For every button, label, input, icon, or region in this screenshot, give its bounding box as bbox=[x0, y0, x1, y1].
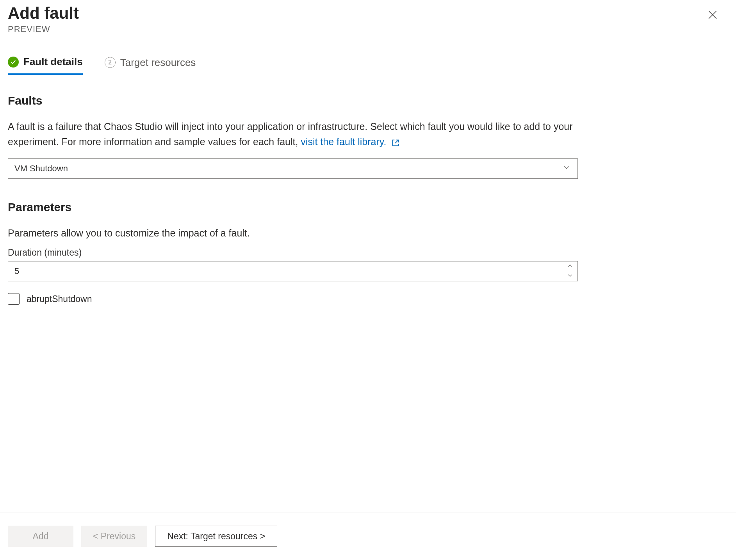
parameters-section: Parameters Parameters allow you to custo… bbox=[8, 201, 578, 305]
panel-footer: Add < Previous Next: Target resources > bbox=[0, 512, 736, 560]
link-text: visit the fault library. bbox=[301, 136, 386, 147]
duration-label: Duration (minutes) bbox=[8, 247, 578, 258]
add-fault-panel: Add fault PREVIEW Fault details 2 Target… bbox=[0, 0, 736, 560]
faults-section: Faults A fault is a failure that Chaos S… bbox=[8, 94, 578, 179]
next-button[interactable]: Next: Target resources > bbox=[155, 526, 277, 547]
decrement-button[interactable] bbox=[563, 271, 577, 281]
duration-input[interactable] bbox=[8, 261, 563, 281]
tab-target-resources[interactable]: 2 Target resources bbox=[105, 56, 196, 75]
chevron-down-icon bbox=[567, 273, 573, 280]
close-icon bbox=[707, 10, 718, 21]
checkbox-box bbox=[8, 293, 20, 305]
wizard-tabs: Fault details 2 Target resources bbox=[0, 56, 736, 75]
abrupt-shutdown-checkbox[interactable]: abruptShutdown bbox=[8, 293, 578, 305]
panel-title: Add fault bbox=[8, 4, 728, 23]
step-complete-icon bbox=[8, 57, 19, 68]
increment-button[interactable] bbox=[563, 261, 577, 271]
dropdown-value: VM Shutdown bbox=[14, 164, 68, 174]
chevron-down-icon bbox=[563, 164, 570, 174]
panel-content: Faults A fault is a failure that Chaos S… bbox=[0, 75, 586, 512]
chevron-up-icon bbox=[567, 263, 573, 270]
fault-library-link[interactable]: visit the fault library. bbox=[301, 136, 400, 147]
preview-tag: PREVIEW bbox=[8, 24, 728, 34]
external-link-icon bbox=[391, 136, 400, 151]
spin-buttons bbox=[563, 261, 577, 281]
previous-button: < Previous bbox=[81, 526, 147, 547]
faults-description: A fault is a failure that Chaos Studio w… bbox=[8, 119, 578, 151]
panel-header: Add fault PREVIEW bbox=[0, 0, 736, 34]
duration-stepper[interactable] bbox=[8, 261, 578, 281]
parameters-heading: Parameters bbox=[8, 201, 578, 214]
step-number-badge: 2 bbox=[105, 57, 116, 68]
tab-label: Fault details bbox=[23, 56, 83, 68]
checkbox-label: abruptShutdown bbox=[27, 294, 92, 304]
close-button[interactable] bbox=[706, 9, 719, 22]
tab-label: Target resources bbox=[120, 57, 196, 69]
svg-line-2 bbox=[395, 140, 398, 143]
faults-description-text: A fault is a failure that Chaos Studio w… bbox=[8, 121, 573, 147]
faults-heading: Faults bbox=[8, 94, 578, 107]
add-button: Add bbox=[8, 526, 73, 547]
tab-fault-details[interactable]: Fault details bbox=[8, 56, 83, 75]
fault-type-dropdown[interactable]: VM Shutdown bbox=[8, 158, 578, 179]
parameters-description: Parameters allow you to customize the im… bbox=[8, 226, 578, 241]
